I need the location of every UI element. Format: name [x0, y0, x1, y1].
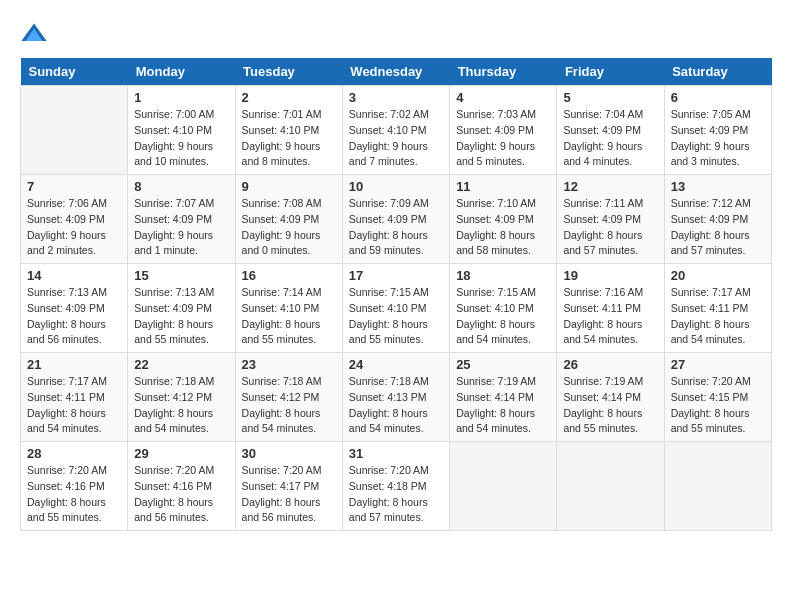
day-cell: 17Sunrise: 7:15 AM Sunset: 4:10 PM Dayli… — [342, 264, 449, 353]
day-cell: 13Sunrise: 7:12 AM Sunset: 4:09 PM Dayli… — [664, 175, 771, 264]
day-info: Sunrise: 7:18 AM Sunset: 4:12 PM Dayligh… — [242, 374, 336, 437]
day-cell: 29Sunrise: 7:20 AM Sunset: 4:16 PM Dayli… — [128, 442, 235, 531]
day-cell: 14Sunrise: 7:13 AM Sunset: 4:09 PM Dayli… — [21, 264, 128, 353]
day-info: Sunrise: 7:07 AM Sunset: 4:09 PM Dayligh… — [134, 196, 228, 259]
day-info: Sunrise: 7:16 AM Sunset: 4:11 PM Dayligh… — [563, 285, 657, 348]
day-info: Sunrise: 7:20 AM Sunset: 4:17 PM Dayligh… — [242, 463, 336, 526]
day-info: Sunrise: 7:06 AM Sunset: 4:09 PM Dayligh… — [27, 196, 121, 259]
header-cell-thursday: Thursday — [450, 58, 557, 86]
day-info: Sunrise: 7:14 AM Sunset: 4:10 PM Dayligh… — [242, 285, 336, 348]
day-cell — [450, 442, 557, 531]
day-number: 14 — [27, 268, 121, 283]
day-info: Sunrise: 7:09 AM Sunset: 4:09 PM Dayligh… — [349, 196, 443, 259]
day-cell: 8Sunrise: 7:07 AM Sunset: 4:09 PM Daylig… — [128, 175, 235, 264]
day-cell: 5Sunrise: 7:04 AM Sunset: 4:09 PM Daylig… — [557, 86, 664, 175]
day-info: Sunrise: 7:17 AM Sunset: 4:11 PM Dayligh… — [27, 374, 121, 437]
header-cell-monday: Monday — [128, 58, 235, 86]
day-cell: 26Sunrise: 7:19 AM Sunset: 4:14 PM Dayli… — [557, 353, 664, 442]
day-number: 29 — [134, 446, 228, 461]
day-info: Sunrise: 7:10 AM Sunset: 4:09 PM Dayligh… — [456, 196, 550, 259]
day-number: 1 — [134, 90, 228, 105]
day-info: Sunrise: 7:08 AM Sunset: 4:09 PM Dayligh… — [242, 196, 336, 259]
day-number: 13 — [671, 179, 765, 194]
day-cell: 28Sunrise: 7:20 AM Sunset: 4:16 PM Dayli… — [21, 442, 128, 531]
calendar-header: SundayMondayTuesdayWednesdayThursdayFrid… — [21, 58, 772, 86]
day-number: 20 — [671, 268, 765, 283]
header-cell-tuesday: Tuesday — [235, 58, 342, 86]
day-cell: 30Sunrise: 7:20 AM Sunset: 4:17 PM Dayli… — [235, 442, 342, 531]
day-info: Sunrise: 7:03 AM Sunset: 4:09 PM Dayligh… — [456, 107, 550, 170]
day-info: Sunrise: 7:04 AM Sunset: 4:09 PM Dayligh… — [563, 107, 657, 170]
calendar-body: 1Sunrise: 7:00 AM Sunset: 4:10 PM Daylig… — [21, 86, 772, 531]
day-number: 17 — [349, 268, 443, 283]
day-info: Sunrise: 7:15 AM Sunset: 4:10 PM Dayligh… — [456, 285, 550, 348]
day-number: 30 — [242, 446, 336, 461]
day-info: Sunrise: 7:00 AM Sunset: 4:10 PM Dayligh… — [134, 107, 228, 170]
day-number: 28 — [27, 446, 121, 461]
day-cell: 25Sunrise: 7:19 AM Sunset: 4:14 PM Dayli… — [450, 353, 557, 442]
day-number: 24 — [349, 357, 443, 372]
day-number: 27 — [671, 357, 765, 372]
day-cell: 4Sunrise: 7:03 AM Sunset: 4:09 PM Daylig… — [450, 86, 557, 175]
day-info: Sunrise: 7:02 AM Sunset: 4:10 PM Dayligh… — [349, 107, 443, 170]
logo-icon — [20, 20, 48, 48]
day-number: 12 — [563, 179, 657, 194]
day-number: 22 — [134, 357, 228, 372]
week-row-1: 1Sunrise: 7:00 AM Sunset: 4:10 PM Daylig… — [21, 86, 772, 175]
day-number: 15 — [134, 268, 228, 283]
day-info: Sunrise: 7:20 AM Sunset: 4:18 PM Dayligh… — [349, 463, 443, 526]
header-cell-sunday: Sunday — [21, 58, 128, 86]
day-info: Sunrise: 7:05 AM Sunset: 4:09 PM Dayligh… — [671, 107, 765, 170]
day-number: 16 — [242, 268, 336, 283]
day-info: Sunrise: 7:20 AM Sunset: 4:15 PM Dayligh… — [671, 374, 765, 437]
day-cell — [664, 442, 771, 531]
day-cell: 20Sunrise: 7:17 AM Sunset: 4:11 PM Dayli… — [664, 264, 771, 353]
day-cell: 23Sunrise: 7:18 AM Sunset: 4:12 PM Dayli… — [235, 353, 342, 442]
header-cell-wednesday: Wednesday — [342, 58, 449, 86]
day-cell: 2Sunrise: 7:01 AM Sunset: 4:10 PM Daylig… — [235, 86, 342, 175]
day-number: 2 — [242, 90, 336, 105]
day-cell: 24Sunrise: 7:18 AM Sunset: 4:13 PM Dayli… — [342, 353, 449, 442]
day-cell: 18Sunrise: 7:15 AM Sunset: 4:10 PM Dayli… — [450, 264, 557, 353]
day-info: Sunrise: 7:18 AM Sunset: 4:12 PM Dayligh… — [134, 374, 228, 437]
day-cell — [557, 442, 664, 531]
day-info: Sunrise: 7:15 AM Sunset: 4:10 PM Dayligh… — [349, 285, 443, 348]
day-number: 19 — [563, 268, 657, 283]
day-cell: 27Sunrise: 7:20 AM Sunset: 4:15 PM Dayli… — [664, 353, 771, 442]
day-number: 6 — [671, 90, 765, 105]
day-info: Sunrise: 7:13 AM Sunset: 4:09 PM Dayligh… — [134, 285, 228, 348]
week-row-2: 7Sunrise: 7:06 AM Sunset: 4:09 PM Daylig… — [21, 175, 772, 264]
day-cell: 9Sunrise: 7:08 AM Sunset: 4:09 PM Daylig… — [235, 175, 342, 264]
day-info: Sunrise: 7:11 AM Sunset: 4:09 PM Dayligh… — [563, 196, 657, 259]
day-number: 18 — [456, 268, 550, 283]
day-number: 21 — [27, 357, 121, 372]
day-cell: 11Sunrise: 7:10 AM Sunset: 4:09 PM Dayli… — [450, 175, 557, 264]
day-info: Sunrise: 7:19 AM Sunset: 4:14 PM Dayligh… — [563, 374, 657, 437]
day-cell: 10Sunrise: 7:09 AM Sunset: 4:09 PM Dayli… — [342, 175, 449, 264]
day-number: 23 — [242, 357, 336, 372]
logo — [20, 20, 52, 48]
day-number: 5 — [563, 90, 657, 105]
day-cell: 7Sunrise: 7:06 AM Sunset: 4:09 PM Daylig… — [21, 175, 128, 264]
day-number: 26 — [563, 357, 657, 372]
day-cell: 15Sunrise: 7:13 AM Sunset: 4:09 PM Dayli… — [128, 264, 235, 353]
week-row-5: 28Sunrise: 7:20 AM Sunset: 4:16 PM Dayli… — [21, 442, 772, 531]
day-number: 3 — [349, 90, 443, 105]
day-cell: 31Sunrise: 7:20 AM Sunset: 4:18 PM Dayli… — [342, 442, 449, 531]
calendar-table: SundayMondayTuesdayWednesdayThursdayFrid… — [20, 58, 772, 531]
day-cell: 19Sunrise: 7:16 AM Sunset: 4:11 PM Dayli… — [557, 264, 664, 353]
week-row-4: 21Sunrise: 7:17 AM Sunset: 4:11 PM Dayli… — [21, 353, 772, 442]
day-number: 9 — [242, 179, 336, 194]
day-info: Sunrise: 7:01 AM Sunset: 4:10 PM Dayligh… — [242, 107, 336, 170]
day-number: 4 — [456, 90, 550, 105]
day-cell: 16Sunrise: 7:14 AM Sunset: 4:10 PM Dayli… — [235, 264, 342, 353]
day-cell — [21, 86, 128, 175]
day-cell: 22Sunrise: 7:18 AM Sunset: 4:12 PM Dayli… — [128, 353, 235, 442]
day-cell: 12Sunrise: 7:11 AM Sunset: 4:09 PM Dayli… — [557, 175, 664, 264]
header — [20, 20, 772, 48]
day-info: Sunrise: 7:18 AM Sunset: 4:13 PM Dayligh… — [349, 374, 443, 437]
day-info: Sunrise: 7:17 AM Sunset: 4:11 PM Dayligh… — [671, 285, 765, 348]
day-info: Sunrise: 7:12 AM Sunset: 4:09 PM Dayligh… — [671, 196, 765, 259]
day-cell: 21Sunrise: 7:17 AM Sunset: 4:11 PM Dayli… — [21, 353, 128, 442]
day-cell: 1Sunrise: 7:00 AM Sunset: 4:10 PM Daylig… — [128, 86, 235, 175]
